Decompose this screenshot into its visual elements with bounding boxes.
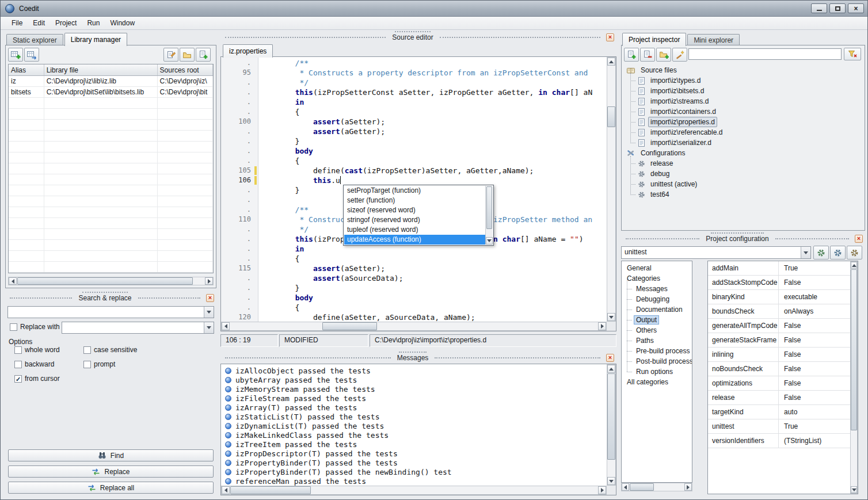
scroll-thumb[interactable] [17,277,193,285]
categories-hscrollbar[interactable] [621,483,692,491]
library-hscrollbar[interactable] [8,277,214,285]
editor-vscrollbar[interactable] [607,57,616,322]
category-run-options[interactable]: Run options [622,367,692,377]
message-row[interactable]: izPropertyBinder(T) passed the newBindin… [221,467,607,476]
message-row[interactable]: izStaticList(T) passed the tests [221,412,607,421]
close-panel-button[interactable]: × [206,294,214,302]
message-row[interactable]: izAllocObject passed the tests [221,366,607,375]
sync-configurations-button[interactable] [813,246,829,259]
checkbox-backward[interactable]: backward [14,361,22,370]
chevron-down-icon[interactable] [204,322,214,333]
property-row-generatealltmpcode[interactable]: generateAllTmpCodeFalse [708,319,851,333]
property-row-optimizations[interactable]: optimizationsFalse [708,376,851,391]
completion-item[interactable]: sizeof (reserved word) [344,205,485,215]
completion-item[interactable]: stringof (reserved word) [344,215,485,225]
tree-node-configurations[interactable]: Configurations [624,148,862,158]
scroll-thumb[interactable] [486,186,492,229]
property-row-boundscheck[interactable]: boundsCheckonAlways [708,304,851,319]
close-button[interactable]: × [848,3,864,13]
completion-item[interactable]: setPropTarget (function) [344,186,485,196]
message-row[interactable]: izPropDescriptor(T) passed the tests [221,449,607,458]
scroll-right-button[interactable] [598,322,606,330]
add-library-from-project-button[interactable] [24,48,39,62]
tab-project-inspector[interactable]: Project inspector [622,33,686,46]
remove-configuration-button[interactable] [847,246,862,259]
tree-node-import-iz-containers-d[interactable]: import\iz\containers.d [624,106,862,117]
open-library-sources-button[interactable] [180,48,195,62]
message-row[interactable]: referenceMan passed the tests [221,476,607,486]
menu-item-edit[interactable]: Edit [28,17,50,29]
checkbox-case-sensitive[interactable]: case sensitive [83,346,91,356]
property-row-release[interactable]: releaseFalse [708,391,851,405]
message-row[interactable]: izFileStream passed the tests [221,394,607,403]
close-panel-button[interactable]: × [855,235,863,243]
property-row-addstackstompcode[interactable]: addStackStompCodeFalse [708,276,851,290]
category-pre-build-process[interactable]: Pre-build process [622,346,692,356]
menu-item-run[interactable]: Run [82,17,105,29]
column-header-sources-root[interactable]: Sources root [158,64,213,75]
scroll-left-button[interactable] [9,277,17,285]
tools-button[interactable] [672,48,687,62]
completion-item[interactable]: updateAccess (function) [344,235,485,245]
tab-mini-explorer[interactable]: Mini explorer [687,34,740,45]
message-row[interactable]: izArray(T) passed the tests [221,403,607,412]
property-row-inlining[interactable]: inliningFalse [708,348,851,362]
menu-item-window[interactable]: Window [105,17,140,29]
table-row[interactable]: bitsetsC:\Dev\dproj\bitSet\lib\bitsets.l… [9,87,213,98]
tree-node-import-iz-referencable-d[interactable]: import\iz\referencable.d [624,127,862,138]
scroll-thumb[interactable] [851,269,857,430]
category-paths[interactable]: Paths [622,335,692,346]
category-general[interactable]: General [622,263,692,273]
property-row-unittest[interactable]: unittestTrue [708,419,851,434]
properties-vscrollbar[interactable] [850,261,858,494]
replace-button[interactable]: Replace [8,465,214,478]
category-output[interactable]: Output [622,315,692,325]
minimize-button[interactable] [811,3,827,13]
scroll-left-button[interactable] [622,483,629,491]
remove-source-button[interactable] [640,48,655,62]
tree-node-import-iz-serializer-d[interactable]: import\iz\serializer.d [624,138,862,148]
property-row-addmain[interactable]: addMainTrue [708,261,851,276]
editor-hscrollbar[interactable] [221,322,607,331]
tree-node-source-files[interactable]: Source files [624,65,862,75]
tree-node-import-iz-properties-d[interactable]: import\iz\properties.d [624,117,862,127]
messages-hscrollbar[interactable] [221,486,607,495]
checkbox-prompt[interactable]: prompt [83,361,91,370]
checkbox-whole-word[interactable]: whole word [14,346,22,356]
table-row[interactable]: izC:\Dev\dproj\iz\lib\iz.libC:\Dev\dproj… [9,76,213,87]
scroll-right-button[interactable] [205,277,213,285]
find-button[interactable]: Find [8,449,214,461]
property-row-versionidentifiers[interactable]: versionIdentifiers(TStringList) [708,434,851,448]
message-row[interactable]: izMemoryStream passed the tests [221,384,607,394]
category-categories[interactable]: Categories [622,273,692,284]
chevron-down-icon[interactable] [204,307,214,318]
message-row[interactable]: izDynamicList(T) passed the tests [221,421,607,430]
scroll-left-button[interactable] [222,486,230,494]
category-others[interactable]: Others [622,325,692,335]
close-panel-button[interactable]: × [606,33,614,41]
replace-all-button[interactable]: Replace all [8,482,214,494]
chevron-down-icon[interactable] [801,247,810,258]
scroll-thumb[interactable] [322,322,377,330]
message-row[interactable]: ubyteArray passed the tests [221,375,607,384]
inspector-filter-input[interactable] [688,48,842,60]
message-row[interactable]: izTreeItem passed the tests [221,440,607,449]
edit-library-button[interactable] [163,48,178,62]
category-all-categories[interactable]: All categories [622,377,692,387]
tree-node-release[interactable]: release [624,158,862,169]
scroll-up-button[interactable] [607,58,615,66]
scroll-down-button[interactable] [851,486,857,493]
scroll-up-button[interactable] [607,365,615,373]
scroll-thumb[interactable] [230,486,311,494]
filter-button[interactable] [844,48,861,60]
completion-item[interactable]: setter (function) [344,196,485,205]
scroll-up-button[interactable] [851,262,857,269]
configuration-selector-combo[interactable]: unittest [621,246,811,259]
scroll-down-button[interactable] [607,313,615,321]
tree-node-test64[interactable]: test64 [624,189,862,200]
maximize-button[interactable] [829,3,846,13]
scroll-down-button[interactable] [607,477,615,485]
completion-scrollbar[interactable] [485,186,493,245]
category-post-build-process[interactable]: Post-build process [622,356,692,367]
tree-node-unittest-active[interactable]: unittest (active) [624,179,862,189]
